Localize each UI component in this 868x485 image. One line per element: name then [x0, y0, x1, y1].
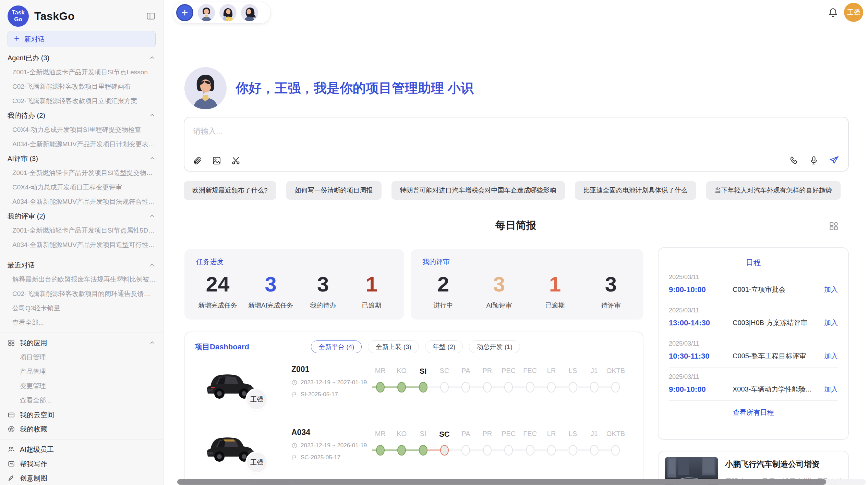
recent-chat-item[interactable]: 公司Q3轻卡销量	[0, 301, 163, 315]
app-item-product[interactable]: 产品管理	[0, 364, 163, 379]
sidebar-item-ai-staff[interactable]: AI超级员工	[0, 442, 163, 457]
sidebar-item-favorites[interactable]: 我的收藏	[0, 422, 163, 436]
milestone-dot	[419, 382, 427, 393]
app-logo: Task Go	[8, 5, 29, 27]
suggestion-chip[interactable]: 比亚迪全固态电池计划具体说了什么	[575, 181, 696, 200]
view-all-schedule-link[interactable]: 查看所有日程	[669, 401, 838, 424]
section-agent-done[interactable]: Agent已办 (3)	[0, 51, 163, 65]
recent-chat-item[interactable]: 解释最新出台的欧盟报废车法规再生塑料比例被调至15%...	[0, 272, 163, 287]
sidebar-item-help-write[interactable]: 帮我写作	[0, 457, 163, 471]
stat-value: 3	[480, 272, 518, 296]
notification-bell-icon[interactable]	[828, 7, 839, 19]
taskgo-app: Task Go TaskGo 新对话 Agent已办 (3) Z001-全新燃油…	[0, 0, 868, 485]
sidebar-item-creative-draw[interactable]: 创意制图	[0, 471, 163, 485]
send-icon[interactable]	[829, 155, 839, 165]
schedule-event: 2025/03/11 10:30-11:30 C005-整车工程目标评审 加入	[669, 334, 838, 368]
briefing-cards: 任务进度 24 新增完成任务 3 新增AI完成任务 3 我的待办	[184, 249, 643, 320]
view-all-apps[interactable]: 查看全部...	[0, 393, 163, 408]
user-avatar[interactable]: 王强	[844, 3, 863, 22]
project-row[interactable]: 王强 A034 2023-12-19 ~ 2026-01-19 SC-2025-…	[195, 427, 633, 479]
section-my-apps[interactable]: 我的应用	[0, 336, 163, 350]
section-my-review[interactable]: 我的评审 (2)	[0, 209, 163, 223]
sidebar-item[interactable]: A034-全新新能源MUV产品开发项目法规符合性评审	[0, 195, 163, 209]
milestone-dot	[547, 445, 556, 456]
my-review-card: 我的评审 2 进行中 3 AI预评审 1 已逾期 3	[411, 249, 643, 320]
stat: 3 待评审	[592, 272, 630, 310]
sidebar-item[interactable]: Z001-全新燃油皮卡产品开发项目SI节点Lesson Learn报告	[0, 65, 163, 79]
suggestion-chip[interactable]: 当下年轻人对汽车外观有怎样的喜好趋势	[706, 181, 841, 200]
avatar-3[interactable]	[241, 4, 258, 21]
app-item-change[interactable]: 变更管理	[0, 379, 163, 393]
composer-right-icons	[789, 155, 839, 165]
add-session-button[interactable]	[176, 4, 193, 21]
recent-chat-item[interactable]: C02-飞腾新能源轻客改款项目的闭环通告反馈情况	[0, 287, 163, 301]
image-icon[interactable]	[212, 156, 221, 165]
view-all-chats[interactable]: 查看全部...	[0, 315, 163, 330]
milestone-label: SC	[434, 367, 455, 376]
suggestion-chip[interactable]: 欧洲新规最近颁布了什么?	[184, 181, 276, 200]
project-row[interactable]: 王强 Z001 2023-12-19 ~ 2027-01-19 SI-2025-…	[195, 364, 633, 416]
sidebar-item[interactable]: A034-全新新能源MUV产品开发项目计划变更表编写	[0, 137, 163, 151]
stat: 3 新增AI完成任务	[248, 272, 293, 310]
filter-pill[interactable]: 年型 (2)	[425, 340, 463, 353]
sidebar-item[interactable]: Z001-全新燃油轻卡产品开发项目SI节点属性5D文件评审	[0, 223, 163, 238]
phone-icon[interactable]	[789, 156, 799, 165]
milestone-dot	[461, 445, 470, 456]
sidebar-item[interactable]: Z001-全新燃油轻卡产品开发项目SI造型提交物评审	[0, 166, 163, 180]
sidebar-item[interactable]: A034-全新新能源MUV产品开发项目造型可行性评审	[0, 238, 163, 252]
section-recent-chats[interactable]: 最近对话	[0, 258, 163, 272]
sidebar-item-label: 帮我写作	[20, 459, 47, 469]
suggestion-chip[interactable]: 如何写一份清晰的项目周报	[286, 181, 382, 200]
filter-pill[interactable]: 全新平台 (4)	[311, 340, 362, 353]
project-owner-badge: 王强	[245, 388, 268, 411]
app-item-project[interactable]: 项目管理	[0, 350, 163, 364]
plus-icon	[13, 35, 20, 43]
card-title: 任务进度	[196, 257, 393, 266]
avatar-1[interactable]	[198, 4, 215, 21]
news-title: 小鹏飞行汽车制造公司增资	[725, 459, 842, 470]
new-chat-button[interactable]: 新对话	[8, 31, 156, 47]
milestone-dot	[504, 445, 513, 456]
section-my-todo[interactable]: 我的待办 (2)	[0, 108, 163, 123]
card-title: 我的评审	[422, 257, 632, 266]
join-link[interactable]: 加入	[824, 385, 838, 394]
join-link[interactable]: 加入	[824, 351, 838, 361]
sidebar-item-cloud-space[interactable]: 我的云空间	[0, 408, 163, 422]
milestone-label: OKTB	[605, 430, 626, 439]
event-date: 2025/03/11	[669, 307, 838, 314]
clock-icon	[291, 380, 298, 386]
sidebar-collapse-icon[interactable]	[146, 11, 156, 21]
paperclip-icon[interactable]	[193, 156, 202, 165]
filter-pill[interactable]: 动总开发 (1)	[469, 340, 520, 353]
mic-icon[interactable]	[809, 156, 819, 165]
chevron-up-icon	[149, 112, 156, 119]
filter-pill[interactable]: 全新上装 (3)	[368, 340, 419, 353]
sidebar-item[interactable]: C02-飞腾新能源轻客改款项目里程碑画布	[0, 79, 163, 94]
join-link[interactable]: 加入	[824, 318, 838, 327]
layout-grid-icon[interactable]	[828, 221, 839, 233]
section-ai-review[interactable]: AI评审 (3)	[0, 151, 163, 166]
milestone-dot	[419, 445, 427, 456]
horizontal-scrollbar-thumb[interactable]	[177, 479, 826, 485]
join-link[interactable]: 加入	[824, 285, 838, 294]
stat-label: 我的待办	[304, 301, 342, 310]
favorite-icon	[8, 425, 15, 433]
chat-input[interactable]	[193, 124, 840, 139]
greeting-text: 你好，王强，我是你的项目管理助理 小识	[236, 79, 474, 97]
sidebar-item[interactable]: C02-飞腾新能源轻客改款项目立项汇报方案	[0, 94, 163, 108]
sidebar-item[interactable]: C0X4-动力总成开发项目SI里程碑提交物检查	[0, 123, 163, 137]
schedule-title: 日程	[669, 258, 838, 268]
scissors-icon[interactable]	[231, 156, 241, 165]
schedule-card: 日程 2025/03/11 9:00-10:00 C001-立项审批会 加入 2…	[658, 247, 849, 440]
section-label: 我的应用	[20, 338, 47, 348]
chevron-up-icon	[149, 155, 156, 162]
suggestion-chip[interactable]: 特朗普可能对进口汽车增税会对中国车企造成哪些影响	[391, 181, 565, 200]
event-date: 2025/03/11	[669, 340, 838, 347]
stat-label: 已逾期	[536, 301, 574, 310]
milestone-dot	[611, 445, 620, 456]
sidebar-item[interactable]: C0X4-动力总成开发项目工程变更评审	[0, 180, 163, 195]
main-area: 王强 你好，王强，我是你的项目管理助理 小识	[164, 0, 868, 485]
new-chat-label: 新对话	[24, 35, 45, 44]
chevron-up-icon	[149, 54, 156, 61]
avatar-2[interactable]	[219, 4, 237, 21]
